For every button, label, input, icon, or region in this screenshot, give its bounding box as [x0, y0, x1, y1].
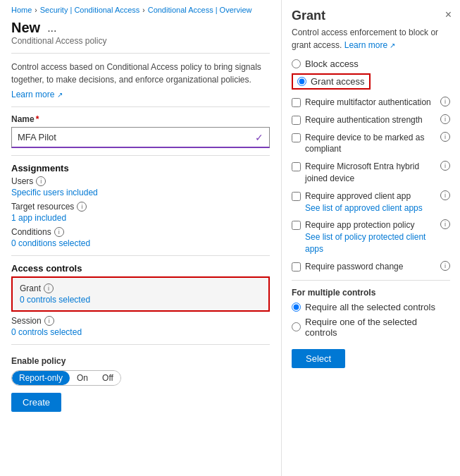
grant-section[interactable]: Grant i 0 controls selected — [11, 276, 270, 312]
conditions-section: Conditions i 0 conditions selected — [11, 227, 270, 248]
users-info-icon[interactable]: i — [36, 176, 46, 186]
require-all-label[interactable]: Require all the selected controls — [305, 302, 435, 312]
panel-learn-more-text: Learn more — [344, 40, 387, 50]
checkbox-approved-app[interactable] — [292, 192, 301, 201]
learn-more-text: Learn more — [11, 90, 54, 99]
password-change-info-icon[interactable]: i — [440, 261, 450, 271]
session-label: Session — [11, 316, 42, 326]
conditions-value[interactable]: 0 conditions selected — [11, 238, 270, 248]
divider-5 — [11, 344, 270, 345]
ellipsis-button[interactable]: ... — [44, 22, 59, 35]
name-input-wrapper[interactable]: MFA Pilot ✓ — [11, 127, 270, 148]
grant-label: Grant — [20, 283, 41, 293]
toggle-report-only[interactable]: Report-only — [12, 371, 70, 385]
panel-external-link-icon: ↗ — [390, 42, 395, 49]
compliant-info-icon[interactable]: i — [440, 132, 450, 142]
users-section: Users i Specific users included — [11, 176, 270, 197]
users-value[interactable]: Specific users included — [11, 188, 270, 197]
toggle-on[interactable]: On — [70, 371, 95, 385]
panel-learn-more-link[interactable]: Learn more ↗ — [344, 40, 396, 50]
conditions-label: Conditions — [11, 227, 51, 237]
page-title-area: New ... Conditional Access policy — [11, 20, 270, 46]
require-all-row: Require all the selected controls — [292, 302, 450, 312]
checkbox-app-protection-row: Require app protection policy See list o… — [292, 219, 450, 255]
checkbox-auth-strength-label: Require authentication strength — [305, 114, 436, 126]
checkbox-hybrid-row: Require Microsoft Entra hybrid joined de… — [292, 161, 450, 185]
name-label: Name — [11, 114, 35, 124]
access-controls-header: Access controls — [11, 263, 270, 274]
require-one-radio[interactable] — [292, 322, 301, 331]
checkbox-app-protection[interactable] — [292, 221, 301, 230]
left-panel: Home › Security | Conditional Access › C… — [0, 0, 282, 476]
block-access-label[interactable]: Block access — [305, 59, 359, 69]
panel-divider — [292, 280, 450, 281]
breadcrumb-home[interactable]: Home — [11, 6, 32, 14]
target-resources-section: Target resources i 1 app included — [11, 202, 270, 223]
checkbox-auth-strength[interactable] — [292, 116, 301, 125]
target-resources-label: Target resources — [11, 202, 74, 212]
block-access-radio[interactable] — [292, 59, 301, 68]
mfa-info-icon[interactable]: i — [440, 97, 450, 106]
checkbox-app-protection-label: Require app protection policy See list o… — [305, 219, 436, 255]
target-resources-value[interactable]: 1 app included — [11, 213, 270, 223]
require-one-label[interactable]: Require one of the selected controls — [305, 317, 450, 338]
panel-close-button[interactable]: × — [445, 8, 452, 21]
divider-4 — [11, 255, 270, 256]
checkbox-compliant[interactable] — [292, 133, 301, 142]
checkbox-compliant-label: Require device to be marked as compliant — [305, 132, 436, 156]
approved-app-link[interactable]: See list of approved client apps — [305, 202, 436, 214]
checkbox-auth-strength-text: Require authentication strength — [305, 115, 423, 125]
learn-more-link[interactable]: Learn more ↗ — [11, 90, 63, 99]
grant-info-icon[interactable]: i — [44, 283, 54, 293]
name-check-icon: ✓ — [255, 132, 263, 143]
breadcrumb-sep-1: › — [35, 6, 37, 14]
require-all-radio[interactable] — [292, 303, 301, 312]
checkbox-mfa-text: Require multifactor authentication — [305, 97, 431, 107]
divider-3 — [11, 155, 270, 156]
panel-title: Grant — [292, 8, 450, 23]
breadcrumb: Home › Security | Conditional Access › C… — [11, 6, 270, 14]
approved-app-info-icon[interactable]: i — [440, 190, 450, 200]
checkbox-password-change[interactable] — [292, 262, 301, 271]
session-section[interactable]: Session i 0 controls selected — [11, 316, 270, 337]
checkbox-mfa[interactable] — [292, 98, 301, 107]
breadcrumb-sep-2: › — [142, 6, 144, 14]
checkbox-auth-strength-row: Require authentication strength i — [292, 114, 450, 126]
grant-access-radio[interactable] — [297, 77, 306, 86]
checkbox-mfa-row: Require multifactor authentication i — [292, 97, 450, 109]
policy-toggle-group[interactable]: Report-only On Off — [11, 370, 121, 386]
app-protection-link[interactable]: See list of policy protected client apps — [305, 231, 436, 255]
session-info-icon[interactable]: i — [44, 316, 54, 326]
divider-1 — [11, 53, 270, 54]
breadcrumb-security[interactable]: Security | Conditional Access — [40, 6, 140, 14]
target-resources-info-icon[interactable]: i — [77, 202, 87, 212]
toggle-off[interactable]: Off — [95, 371, 120, 385]
grant-access-label[interactable]: Grant access — [311, 76, 365, 87]
checkbox-compliant-row: Require device to be marked as compliant… — [292, 132, 450, 156]
panel-description: Control access enforcement to block or g… — [292, 26, 450, 51]
name-input-value: MFA Pilot — [18, 132, 56, 142]
checkbox-hybrid[interactable] — [292, 162, 301, 171]
hybrid-info-icon[interactable]: i — [440, 161, 450, 171]
divider-2 — [11, 106, 270, 107]
grant-access-row: Grant access — [292, 73, 450, 90]
grant-value: 0 controls selected — [20, 295, 261, 305]
app-protection-info-icon[interactable]: i — [440, 219, 450, 229]
checkbox-mfa-label: Require multifactor authentication — [305, 97, 436, 109]
select-button[interactable]: Select — [292, 349, 345, 368]
checkbox-approved-app-text: Require approved client app — [305, 191, 411, 201]
right-panel: Grant × Control access enforcement to bl… — [282, 0, 460, 476]
external-link-icon: ↗ — [57, 91, 63, 99]
enable-policy-label: Enable policy — [11, 356, 270, 366]
required-indicator: * — [36, 114, 39, 124]
checkbox-password-change-text: Require password change — [305, 262, 403, 271]
breadcrumb-overview[interactable]: Conditional Access | Overview — [148, 6, 252, 14]
page-description: Control access based on Conditional Acce… — [11, 61, 270, 86]
create-button[interactable]: Create — [11, 393, 61, 412]
users-label: Users — [11, 176, 33, 186]
checkbox-approved-app-label: Require approved client app See list of … — [305, 190, 436, 214]
require-one-row: Require one of the selected controls — [292, 317, 450, 338]
checkbox-app-protection-text: Require app protection policy — [305, 220, 414, 230]
conditions-info-icon[interactable]: i — [54, 227, 64, 237]
auth-strength-info-icon[interactable]: i — [440, 114, 450, 124]
